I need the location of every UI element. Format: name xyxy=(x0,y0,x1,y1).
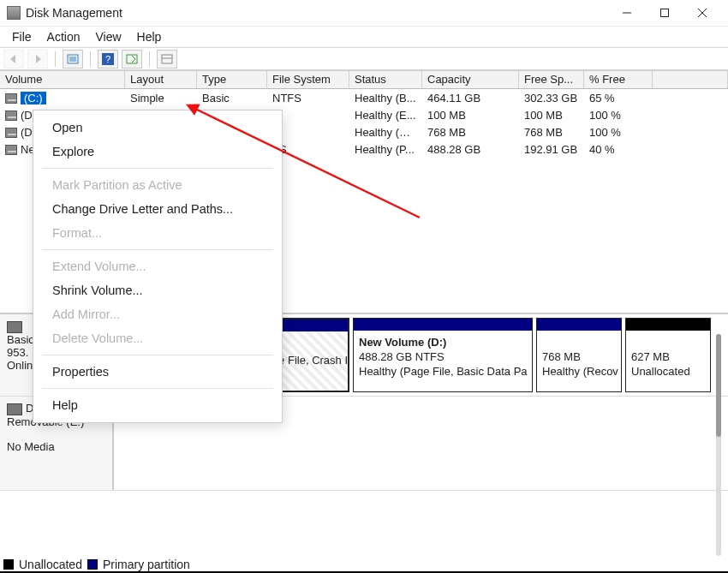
col-pct[interactable]: % Free xyxy=(584,71,653,88)
col-capacity[interactable]: Capacity xyxy=(422,71,519,88)
maximize-button[interactable] xyxy=(646,0,683,26)
drive-icon xyxy=(5,110,17,121)
menubar: File Action View Help xyxy=(0,26,728,48)
ctx-open[interactable]: Open xyxy=(33,116,282,140)
minimize-button[interactable] xyxy=(608,0,646,26)
back-button xyxy=(3,50,24,69)
ctx-help[interactable]: Help xyxy=(33,393,282,417)
scrollbar[interactable] xyxy=(716,334,721,556)
menu-view[interactable]: View xyxy=(88,27,128,47)
svg-rect-0 xyxy=(661,9,669,17)
disk-icon xyxy=(7,321,22,333)
window-title: Disk Management xyxy=(26,6,122,20)
col-layout[interactable]: Layout xyxy=(125,71,197,88)
volume-row[interactable]: (C:) Simple Basic NTFS Healthy (B... 464… xyxy=(0,89,728,106)
ctx-extend: Extend Volume... xyxy=(33,254,282,278)
volume-label: (C:) xyxy=(21,92,46,104)
ctx-shrink[interactable]: Shrink Volume... xyxy=(33,278,282,302)
partition-unallocated[interactable]: 627 MB Unallocated xyxy=(625,318,711,392)
col-type[interactable]: Type xyxy=(197,71,267,88)
forward-button xyxy=(27,50,48,69)
toolbar-refresh-icon[interactable] xyxy=(122,50,142,69)
partition[interactable]: 768 MB Healthy (Recov xyxy=(536,318,622,392)
ctx-explore[interactable]: Explore xyxy=(33,140,282,164)
disk-icon xyxy=(7,403,22,415)
help-icon[interactable]: ? xyxy=(98,50,118,69)
menu-file[interactable]: File xyxy=(5,27,39,47)
col-free[interactable]: Free Sp... xyxy=(519,71,584,88)
menu-action[interactable]: Action xyxy=(40,27,87,47)
svg-rect-5 xyxy=(162,55,172,63)
legend: Unallocated Primary partition xyxy=(3,558,190,571)
ctx-mirror: Add Mirror... xyxy=(33,302,282,326)
legend-swatch-unallocated xyxy=(3,559,14,570)
app-icon xyxy=(7,6,21,20)
toolbar-settings-icon[interactable] xyxy=(63,50,83,69)
close-button[interactable] xyxy=(683,0,721,26)
toolbar-list-icon[interactable] xyxy=(157,50,177,69)
drive-icon xyxy=(5,145,17,155)
col-fs[interactable]: File System xyxy=(267,71,349,88)
drive-icon xyxy=(5,93,17,104)
partition[interactable]: New Volume (D:) 488.28 GB NTFS Healthy (… xyxy=(353,318,533,392)
col-volume[interactable]: Volume xyxy=(0,71,125,88)
ctx-properties[interactable]: Properties xyxy=(33,360,282,384)
context-menu: Open Explore Mark Partition as Active Ch… xyxy=(33,110,283,423)
ctx-delete: Delete Volume... xyxy=(33,326,282,350)
volume-columns: Volume Layout Type File System Status Ca… xyxy=(0,70,728,89)
col-status[interactable]: Status xyxy=(349,71,422,88)
legend-swatch-primary xyxy=(87,559,98,570)
toolbar: ? xyxy=(0,48,728,70)
titlebar: Disk Management xyxy=(0,0,728,26)
svg-text:?: ? xyxy=(105,54,110,64)
menu-help[interactable]: Help xyxy=(130,27,169,47)
ctx-change-letter[interactable]: Change Drive Letter and Paths... xyxy=(33,197,282,221)
ctx-mark-active: Mark Partition as Active xyxy=(33,173,282,197)
ctx-format: Format... xyxy=(33,221,282,245)
drive-icon xyxy=(5,128,17,138)
scrollbar-thumb[interactable] xyxy=(716,334,721,437)
